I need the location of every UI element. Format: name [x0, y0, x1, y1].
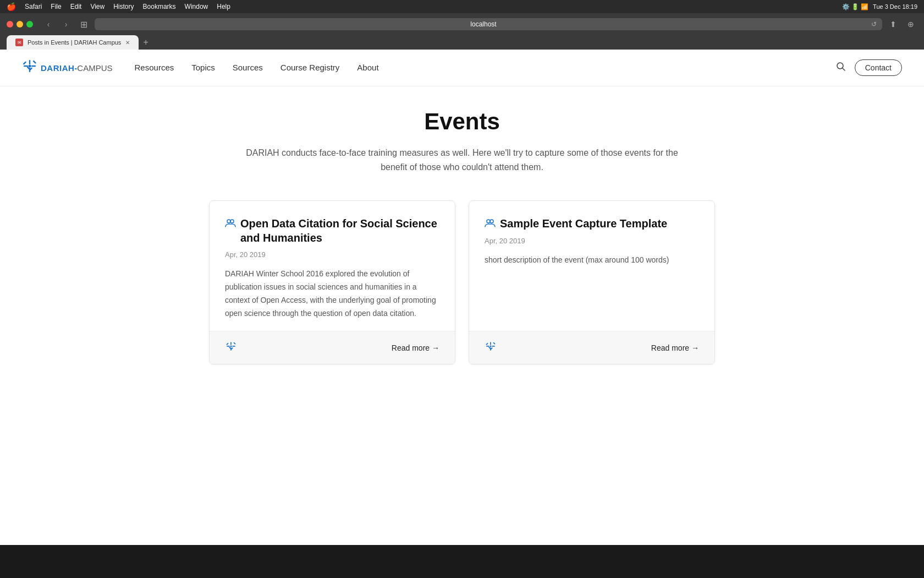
apple-menu[interactable]: 🍎 [7, 2, 16, 11]
logo-campus: CAMPUS [77, 63, 112, 73]
card-title-2: Sample Event Capture Template [500, 216, 667, 231]
back-button[interactable]: ‹ [42, 18, 55, 31]
card-date-1: Apr, 20 2019 [225, 250, 439, 259]
forward-button[interactable]: › [59, 18, 73, 31]
nav-right: Contact [836, 59, 902, 76]
footer-logo-icon-1 [225, 340, 237, 355]
svg-rect-28 [492, 346, 495, 347]
card-category-icon-1 [225, 217, 236, 231]
new-tab-button[interactable]: ⊕ [904, 18, 917, 31]
svg-point-13 [230, 346, 232, 347]
svg-rect-14 [230, 342, 232, 346]
address-bar-container: ↺ [95, 18, 882, 30]
card-title-row-2: Sample Event Capture Template [485, 216, 699, 231]
svg-point-23 [490, 220, 493, 223]
safari-menu-app[interactable]: Safari [25, 3, 42, 10]
browser-chrome: ‹ › ⊞ ↺ ⬆ ⊕ ✉ Posts in Events | DARIAH C… [0, 13, 924, 50]
nav-sources[interactable]: Sources [233, 63, 263, 72]
card-title-row-1: Open Data Citation for Social Science an… [225, 216, 439, 245]
card-body-1: Open Data Citation for Social Science an… [210, 201, 455, 331]
svg-rect-20 [233, 342, 236, 345]
card-title-1: Open Data Citation for Social Science an… [240, 216, 439, 245]
system-icons: ⚙️ 🔋 📶 [842, 3, 868, 10]
svg-rect-16 [227, 346, 230, 347]
maximize-window-button[interactable] [26, 21, 33, 28]
svg-rect-5 [23, 61, 27, 65]
nav-about[interactable]: About [357, 63, 378, 72]
search-button[interactable] [836, 62, 846, 74]
site-navbar: DARIAH - CAMPUS Resources Topics Sources… [0, 50, 924, 86]
history-menu[interactable]: History [113, 3, 134, 10]
page-title: Events [209, 108, 715, 135]
svg-rect-18 [226, 343, 229, 346]
svg-rect-3 [24, 66, 28, 67]
svg-point-0 [29, 65, 31, 68]
tab-title: Posts in Events | DARIAH Campus [28, 39, 121, 46]
main-content: Events DARIAH conducts face-to-face trai… [198, 86, 726, 386]
contact-button[interactable]: Contact [855, 59, 902, 76]
cards-grid: Open Data Citation for Social Science an… [209, 200, 715, 364]
card-category-icon-2 [485, 217, 496, 231]
active-tab[interactable]: ✉ Posts in Events | DARIAH Campus ✕ [7, 35, 139, 50]
read-more-link-1[interactable]: Read more → [392, 343, 439, 352]
card-body-2: Sample Event Capture Template Apr, 20 20… [469, 201, 714, 331]
svg-rect-7 [33, 60, 37, 64]
logo-dariah: DARIAH [41, 63, 74, 73]
window-menu[interactable]: Window [185, 3, 208, 10]
svg-rect-27 [486, 346, 490, 347]
nav-links: Resources Topics Sources Course Registry… [135, 63, 836, 73]
svg-point-12 [230, 220, 234, 223]
card-description-2: short description of the event (max arou… [485, 254, 699, 267]
nav-topics[interactable]: Topics [191, 63, 215, 72]
svg-rect-25 [490, 342, 491, 346]
footer-logo-icon-2 [485, 340, 497, 355]
svg-rect-17 [232, 346, 235, 347]
dariah-logo-icon [22, 58, 37, 77]
address-bar[interactable] [100, 20, 867, 28]
card-footer-2: Read more → [469, 331, 714, 364]
tab-favicon: ✉ [15, 39, 23, 46]
share-button[interactable]: ⬆ [887, 18, 900, 31]
svg-line-10 [842, 68, 845, 71]
page-description: DARIAH conducts face-to-face training me… [242, 146, 682, 174]
svg-rect-1 [29, 60, 30, 64]
tab-close-button[interactable]: ✕ [125, 40, 130, 46]
svg-point-22 [487, 220, 490, 223]
nav-course-registry[interactable]: Course Registry [280, 63, 340, 72]
sidebar-toggle-button[interactable]: ⊞ [77, 18, 90, 31]
reload-button[interactable]: ↺ [871, 20, 877, 28]
card-description-1: DARIAH Winter School 2016 explored the e… [225, 268, 439, 320]
svg-point-24 [490, 346, 491, 347]
site-logo[interactable]: DARIAH - CAMPUS [22, 58, 113, 77]
view-menu[interactable]: View [90, 3, 105, 10]
minimize-window-button[interactable] [16, 21, 23, 28]
svg-rect-31 [493, 342, 496, 345]
browser-content: DARIAH - CAMPUS Resources Topics Sources… [0, 50, 924, 545]
tab-bar: ✉ Posts in Events | DARIAH Campus ✕ + [7, 35, 917, 50]
svg-point-11 [227, 220, 230, 223]
clock: Tue 3 Dec 18:19 [873, 3, 917, 10]
add-tab-button[interactable]: + [139, 35, 152, 50]
close-window-button[interactable] [7, 21, 13, 28]
file-menu[interactable]: File [51, 3, 61, 10]
event-card-2: Sample Event Capture Template Apr, 20 20… [469, 200, 715, 364]
nav-resources[interactable]: Resources [135, 63, 174, 72]
read-more-link-2[interactable]: Read more → [651, 343, 699, 352]
traffic-lights[interactable] [7, 21, 33, 28]
mac-menubar: 🍎 Safari File Edit View History Bookmark… [0, 0, 924, 13]
card-date-2: Apr, 20 2019 [485, 237, 699, 245]
svg-rect-4 [31, 66, 36, 67]
help-menu[interactable]: Help [217, 3, 230, 10]
bookmarks-menu[interactable]: Bookmarks [143, 3, 176, 10]
svg-rect-29 [486, 343, 488, 346]
card-footer-1: Read more → [210, 331, 455, 364]
edit-menu[interactable]: Edit [70, 3, 82, 10]
event-card-1: Open Data Citation for Social Science an… [209, 200, 455, 364]
